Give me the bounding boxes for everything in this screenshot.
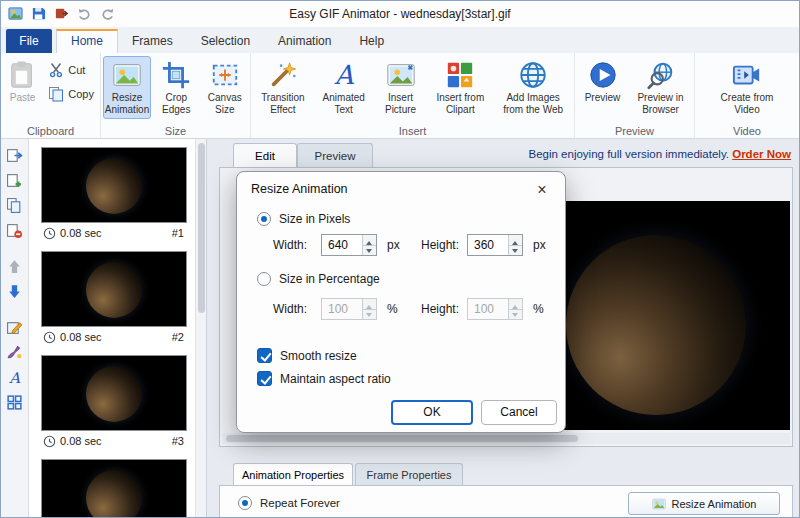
canvas-size-label: Canvas Size xyxy=(204,92,247,115)
transition-effect-icon xyxy=(268,60,298,90)
group-label-size: Size xyxy=(101,125,250,137)
preview-in-browser-icon xyxy=(646,60,676,90)
spin-down-icon[interactable] xyxy=(362,245,376,256)
move-frame-up-icon[interactable] xyxy=(5,256,25,276)
insert-from-clipart-icon xyxy=(445,60,475,90)
resize-animation-button[interactable]: Resize Animation xyxy=(103,56,151,119)
animated-text-button[interactable]: A Animated Text xyxy=(315,56,373,119)
preview-in-browser-button[interactable]: Preview in Browser xyxy=(630,56,692,119)
tab-help[interactable]: Help xyxy=(345,29,398,53)
insert-picture-button[interactable]: Insert Picture xyxy=(375,56,427,119)
maintain-aspect-ratio-checkbox[interactable] xyxy=(257,371,272,386)
group-label-clipboard: Clipboard xyxy=(1,125,100,137)
tab-animation-properties[interactable]: Animation Properties xyxy=(233,463,353,485)
spin-up-icon[interactable] xyxy=(508,299,522,309)
delete-frame-icon[interactable] xyxy=(5,220,25,240)
frames-panel: 0.08 sec #1 0.08 sec #2 0.08 sec #3 xyxy=(29,139,207,517)
frame-item-3[interactable]: 0.08 sec #3 xyxy=(41,355,186,451)
crop-edges-button[interactable]: Crop Edges xyxy=(153,56,200,119)
percent-height-spinner[interactable] xyxy=(508,299,522,319)
resize-animation-dialog: Resize Animation × Size in Pixels Width:… xyxy=(236,171,566,433)
copy-label: Copy xyxy=(68,88,94,100)
file-menu-button[interactable]: File xyxy=(6,29,52,53)
frame-effects-icon[interactable] xyxy=(5,342,25,362)
smooth-resize-checkbox[interactable] xyxy=(257,348,272,363)
tab-frame-properties[interactable]: Frame Properties xyxy=(355,463,463,485)
pixel-width-spinner[interactable] xyxy=(362,235,376,255)
clock-icon xyxy=(43,331,56,344)
resize-animation-panel-button[interactable]: Resize Animation xyxy=(628,492,780,515)
repeat-forever-radio[interactable] xyxy=(238,496,252,510)
tab-preview[interactable]: Preview xyxy=(297,143,373,168)
move-frame-down-icon[interactable] xyxy=(5,281,25,301)
frame-thumbnail-2[interactable] xyxy=(41,251,187,327)
size-in-pixels-option[interactable]: Size in Pixels xyxy=(257,212,350,226)
canvas-scrollbar-thumb[interactable] xyxy=(226,435,578,442)
size-in-percentage-option[interactable]: Size in Percentage xyxy=(257,272,380,286)
maintain-aspect-ratio-option[interactable]: Maintain aspect ratio xyxy=(257,371,391,386)
create-from-video-button[interactable]: Create from Video xyxy=(714,56,780,119)
cut-button[interactable]: Cut xyxy=(44,60,98,80)
paste-button[interactable]: Paste xyxy=(3,56,42,108)
percent-width-spinner[interactable] xyxy=(362,299,376,319)
size-in-percentage-radio[interactable] xyxy=(257,272,271,286)
dialog-close-button[interactable]: × xyxy=(527,178,557,202)
ok-button[interactable]: OK xyxy=(391,400,473,425)
frame-item-1[interactable]: 0.08 sec #1 xyxy=(41,147,186,243)
tab-edit[interactable]: Edit xyxy=(233,143,297,168)
percent-height-input[interactable] xyxy=(468,299,510,319)
frame-thumbnail-4[interactable] xyxy=(41,459,187,517)
size-in-pixels-radio[interactable] xyxy=(257,212,271,226)
spin-up-icon[interactable] xyxy=(508,235,522,245)
frames-scrollbar[interactable] xyxy=(195,139,206,517)
frame-tool-rail: A xyxy=(1,139,29,517)
spin-up-icon[interactable] xyxy=(362,299,376,309)
frame-thumbnail-1[interactable] xyxy=(41,147,187,223)
frame-thumbnail-3[interactable] xyxy=(41,355,187,431)
crop-edges-icon xyxy=(161,60,191,90)
edit-frame-icon[interactable] xyxy=(5,317,25,337)
percent-height-field xyxy=(467,298,523,320)
upgrade-promo: Begin enjoying full version immediately.… xyxy=(529,148,792,160)
pixel-height-spinner[interactable] xyxy=(508,235,522,255)
tab-frames[interactable]: Frames xyxy=(118,29,187,53)
group-label-insert: Insert xyxy=(251,125,574,137)
spin-up-icon[interactable] xyxy=(362,235,376,245)
resize-animation-small-icon xyxy=(652,497,666,511)
spin-down-icon[interactable] xyxy=(508,245,522,256)
pixel-width-input[interactable] xyxy=(322,235,364,255)
order-now-link[interactable]: Order Now xyxy=(732,148,791,160)
tab-animation[interactable]: Animation xyxy=(264,29,345,53)
tab-home[interactable]: Home xyxy=(56,29,118,53)
add-images-from-web-label: Add Images from the Web xyxy=(496,92,570,115)
paste-label: Paste xyxy=(10,92,36,104)
copy-button[interactable]: Copy xyxy=(44,84,98,104)
spin-down-icon[interactable] xyxy=(362,309,376,320)
transition-effect-button[interactable]: Transition Effect xyxy=(253,56,313,119)
percent-width-input[interactable] xyxy=(322,299,364,319)
frame-item-4-partial[interactable] xyxy=(41,459,186,517)
duplicate-frame-icon[interactable] xyxy=(5,195,25,215)
cancel-button[interactable]: Cancel xyxy=(481,400,557,425)
add-images-from-web-button[interactable]: Add Images from the Web xyxy=(494,56,572,119)
preview-button[interactable]: Preview xyxy=(578,56,628,108)
dialog-title: Resize Animation xyxy=(251,182,348,196)
animated-text-icon: A xyxy=(329,60,359,90)
crop-edges-label: Crop Edges xyxy=(155,92,198,115)
smooth-resize-option[interactable]: Smooth resize xyxy=(257,348,357,363)
frame-manager-icon[interactable] xyxy=(5,392,25,412)
repeat-forever-option[interactable]: Repeat Forever xyxy=(238,496,340,510)
frames-scrollbar-thumb[interactable] xyxy=(198,143,205,313)
spin-down-icon[interactable] xyxy=(508,309,522,320)
resize-animation-label: Resize Animation xyxy=(105,92,149,115)
frame-text-icon[interactable]: A xyxy=(5,367,25,387)
canvas-horizontal-scrollbar[interactable] xyxy=(222,433,790,444)
pixel-height-input[interactable] xyxy=(468,235,510,255)
canvas-size-button[interactable]: Canvas Size xyxy=(202,56,249,119)
add-frame-icon[interactable] xyxy=(5,170,25,190)
insert-from-clipart-button[interactable]: Insert from Clipart xyxy=(428,56,492,119)
frame-item-2[interactable]: 0.08 sec #2 xyxy=(41,251,186,347)
export-frame-icon[interactable] xyxy=(5,145,25,165)
tab-selection[interactable]: Selection xyxy=(187,29,264,53)
earth-image-large xyxy=(566,235,746,415)
